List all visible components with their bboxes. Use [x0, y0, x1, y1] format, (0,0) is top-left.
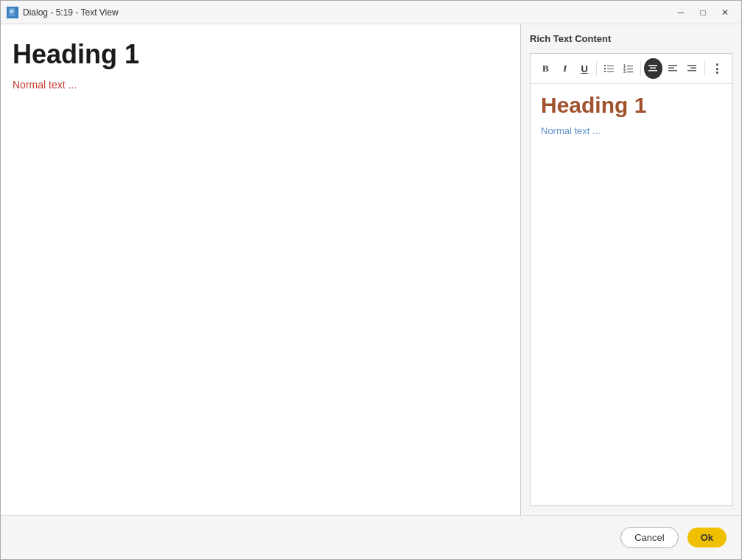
- align-left-icon: [667, 63, 679, 74]
- svg-rect-4: [604, 65, 606, 66]
- svg-rect-19: [668, 65, 677, 66]
- svg-rect-9: [607, 71, 614, 72]
- window-controls: ─ □ ✕: [671, 4, 735, 21]
- text-view-normal: Normal text ...: [13, 79, 508, 91]
- cancel-button[interactable]: Cancel: [620, 527, 678, 548]
- align-center-icon: [647, 63, 659, 74]
- maximize-button[interactable]: □: [693, 4, 713, 21]
- bullet-list-button[interactable]: [600, 58, 617, 79]
- svg-rect-0: [9, 7, 15, 15]
- svg-rect-8: [604, 71, 606, 72]
- bold-button[interactable]: B: [536, 58, 554, 79]
- svg-rect-3: [10, 13, 13, 13]
- toolbar-separator-3: [704, 61, 705, 76]
- main-window: Dialog - 5:19 - Text View ─ □ ✕ Heading …: [0, 0, 742, 560]
- title-bar-left: Dialog - 5:19 - Text View: [7, 7, 119, 18]
- align-right-icon: [686, 63, 698, 74]
- minimize-button[interactable]: ─: [671, 4, 691, 21]
- svg-rect-13: [627, 69, 633, 69]
- svg-rect-15: [627, 71, 633, 72]
- numbered-list-icon: 1. 2. 3.: [623, 63, 634, 74]
- editor-container: B I U: [530, 53, 732, 506]
- svg-rect-11: [627, 66, 633, 66]
- svg-rect-16: [648, 65, 657, 66]
- svg-rect-6: [604, 68, 606, 69]
- text-view-heading: Heading 1: [13, 39, 508, 70]
- more-options-button[interactable]: ⋮: [708, 58, 726, 79]
- numbered-list-button[interactable]: 1. 2. 3.: [620, 58, 637, 79]
- ok-button[interactable]: Ok: [687, 528, 727, 547]
- italic-button[interactable]: I: [556, 58, 573, 79]
- align-left-button[interactable]: [664, 58, 682, 79]
- svg-rect-24: [687, 70, 696, 71]
- svg-rect-7: [607, 69, 614, 69]
- svg-rect-17: [650, 68, 656, 69]
- title-bar: Dialog - 5:19 - Text View ─ □ ✕: [1, 1, 741, 24]
- svg-rect-1: [10, 10, 14, 10]
- svg-rect-22: [687, 65, 696, 66]
- bullet-list-icon: [603, 63, 615, 74]
- text-view-panel: Heading 1 Normal text ...: [1, 24, 520, 515]
- document-icon: [7, 7, 18, 18]
- close-button[interactable]: ✕: [715, 4, 735, 21]
- svg-rect-5: [607, 66, 614, 66]
- rich-text-panel: Rich Text Content B I U: [520, 24, 741, 515]
- editor-content[interactable]: Heading 1 Normal text ...: [531, 84, 732, 505]
- window-title: Dialog - 5:19 - Text View: [23, 7, 119, 18]
- svg-rect-2: [10, 11, 14, 12]
- editor-toolbar: B I U: [531, 54, 732, 84]
- svg-rect-23: [690, 68, 696, 69]
- bottom-bar: Cancel Ok: [1, 515, 741, 559]
- editor-normal-text: Normal text ...: [541, 125, 721, 136]
- svg-rect-20: [668, 68, 674, 69]
- svg-rect-21: [668, 70, 677, 71]
- svg-text:3.: 3.: [623, 69, 627, 74]
- align-right-button[interactable]: [683, 58, 701, 79]
- toolbar-separator-2: [640, 61, 641, 76]
- main-area: Heading 1 Normal text ... Rich Text Cont…: [1, 24, 741, 515]
- rich-text-panel-title: Rich Text Content: [530, 33, 732, 44]
- editor-heading: Heading 1: [541, 93, 721, 118]
- toolbar-separator-1: [596, 61, 597, 76]
- align-center-button[interactable]: [644, 58, 662, 79]
- svg-rect-18: [648, 70, 657, 71]
- underline-button[interactable]: U: [575, 58, 593, 79]
